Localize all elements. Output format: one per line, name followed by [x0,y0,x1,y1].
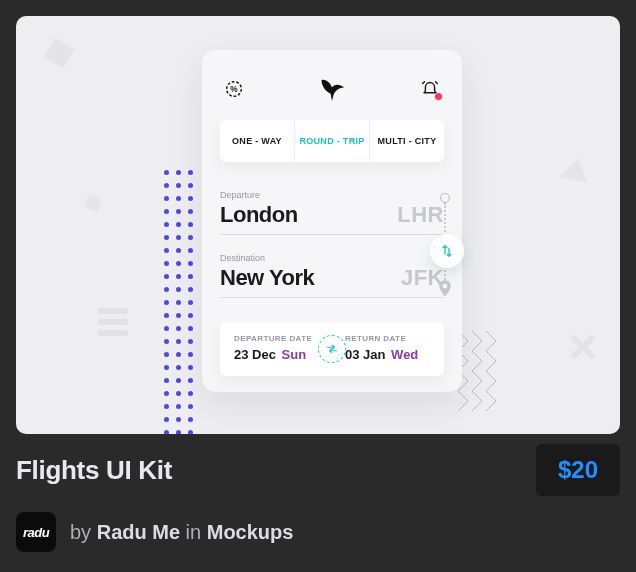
deco-triangle [560,155,592,182]
discount-icon[interactable]: % [220,75,248,103]
departure-label: Departure [220,190,444,200]
avatar[interactable]: radu [16,512,56,552]
trip-type-tabs: ONE - WAY ROUND - TRIP MULTI - CITY [220,120,444,162]
dates-section: DEPARTURE DATE 23 Dec Sun RETURN DATE 03… [220,322,444,376]
departure-city: London [220,202,298,228]
swap-dates-button[interactable] [318,335,346,363]
departure-code: LHR [397,202,444,228]
tab-multi-city[interactable]: MULTI - CITY [370,120,444,162]
deco-square [84,194,102,212]
deco-zigzag-icon [458,326,518,416]
swap-horizontal-icon [325,342,339,356]
destination-code: JFK [401,265,444,291]
by-label: by [70,521,91,543]
hummingbird-icon [317,76,347,102]
destination-field[interactable]: Destination New York JFK [220,253,444,298]
topbar: % [220,72,444,106]
return-dow: Wed [391,347,418,362]
destination-label: Destination [220,253,444,263]
in-label: in [186,521,202,543]
swap-route-button[interactable] [430,234,464,268]
byline-text: by Radu Me in Mockups [70,521,293,544]
price-pill[interactable]: $20 [536,444,620,496]
byline: radu by Radu Me in Mockups [16,512,620,552]
product-title[interactable]: Flights UI Kit [16,455,172,486]
destination-city: New York [220,265,314,291]
departure-dow: Sun [282,347,307,362]
phone-mock: % ONE - WAY ROUND - TRIP MULTI - CITY [202,50,462,392]
bell-icon[interactable] [416,75,444,103]
return-date-value: 03 Jan Wed [345,347,430,362]
product-footer: Flights UI Kit $20 radu by Radu Me in Mo… [16,444,620,552]
svg-text:%: % [230,85,238,94]
preview-card[interactable]: % ONE - WAY ROUND - TRIP MULTI - CITY [16,16,620,434]
deco-square [44,38,74,68]
deco-menu-icon [98,308,128,341]
tab-one-way[interactable]: ONE - WAY [220,120,295,162]
swap-vertical-icon [439,243,455,259]
author-link[interactable]: Radu Me [97,521,180,543]
notification-dot [435,93,442,100]
deco-dot-grid [164,170,192,404]
departure-field[interactable]: Departure London LHR [220,190,444,235]
return-date: 03 Jan [345,347,385,362]
category-link[interactable]: Mockups [207,521,294,543]
route-section: Departure London LHR Destination New Yor… [220,190,444,298]
departure-date-value: 23 Dec Sun [234,347,319,362]
departure-date-label: DEPARTURE DATE [234,334,319,343]
return-date-label: RETURN DATE [345,334,430,343]
departure-date: 23 Dec [234,347,276,362]
deco-cross-icon [568,332,598,362]
departure-date-field[interactable]: DEPARTURE DATE 23 Dec Sun [234,334,319,362]
tab-round-trip[interactable]: ROUND - TRIP [295,120,370,162]
brand-logo [248,76,416,102]
